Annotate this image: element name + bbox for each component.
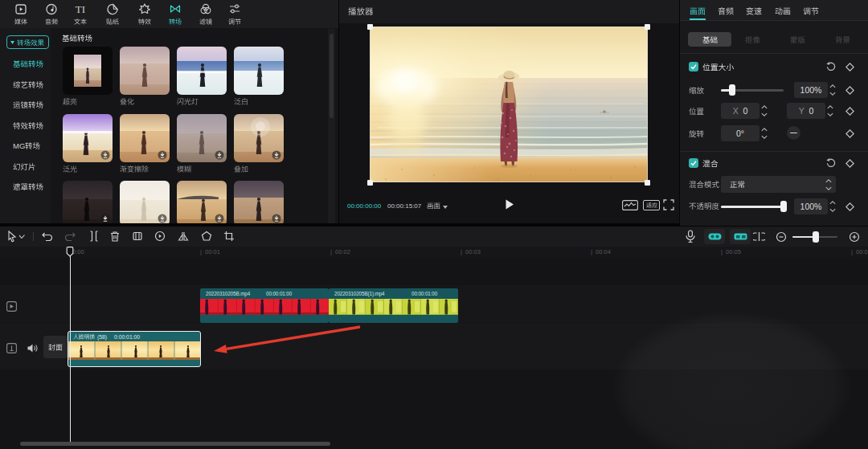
svg-text:TI: TI — [76, 3, 85, 15]
